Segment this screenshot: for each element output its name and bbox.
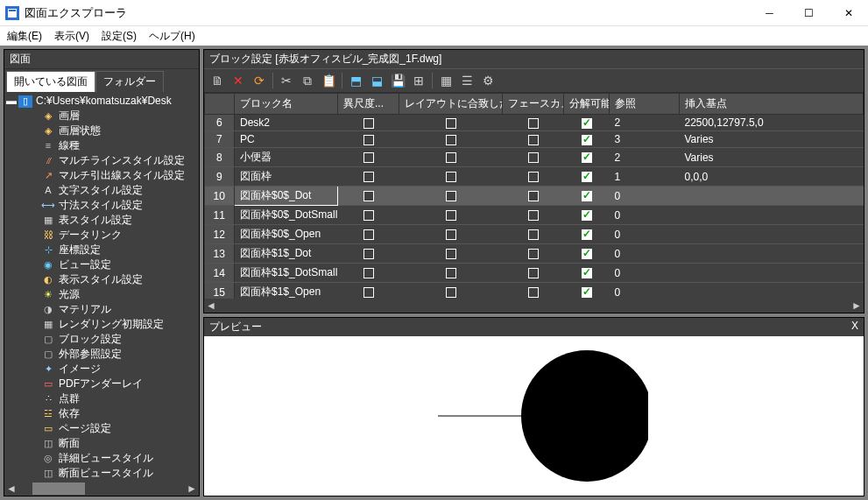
cell-ref[interactable]: 0 [610,187,680,206]
checkbox-icon[interactable] [363,191,374,201]
menu-help[interactable]: ヘルプ(H) [149,29,195,44]
checkbox-icon[interactable] [363,172,374,182]
tree-item[interactable]: ▢外部参照設定 [41,347,197,362]
cell-bun[interactable] [564,148,610,167]
cell-iso[interactable] [338,115,399,131]
cell-face[interactable] [503,115,564,131]
tree-root[interactable]: ▬ ▯ C:¥Users¥komatsuzak¥Desk [6,94,197,109]
cell-blockname[interactable]: 図面枠$0$_Open [235,225,338,244]
checkbox-icon[interactable] [528,118,539,129]
cell-rot[interactable] [399,283,503,299]
cell-face[interactable] [503,187,564,206]
cell-ref[interactable]: 2 [610,115,680,131]
tree-item[interactable]: ☳依存 [41,406,197,421]
cell-face[interactable] [503,225,564,244]
checkbox-icon[interactable] [363,210,374,221]
tab-folder[interactable]: フォルダー [95,71,164,92]
tree-item[interactable]: ↗マルチ引出線スタイル設定 [41,168,197,183]
insert-ext-icon[interactable]: ⬓ [367,71,386,90]
tree-item[interactable]: ☀光源 [41,287,197,302]
preview-close-icon[interactable]: X [851,320,858,335]
checkbox-icon[interactable] [446,152,456,163]
table-row[interactable]: 10図面枠$0$_Dot0 [205,187,864,206]
tree-item[interactable]: ⛓データリンク [41,228,197,243]
col-ins[interactable]: 挿入基点 [680,94,864,115]
cell-iso[interactable] [338,206,399,225]
table-row[interactable]: 6Desk2222500,12797.5,0 [205,115,864,131]
col-num[interactable] [205,94,235,115]
cell-bun[interactable] [564,206,610,225]
tree-item[interactable]: ≡線種 [41,138,197,153]
cell-face[interactable] [503,131,564,148]
checkbox-icon[interactable] [528,210,539,221]
tab-open-drawings[interactable]: 開いている図面 [6,71,95,92]
col-bun[interactable]: 分解可能 [564,94,610,115]
tree-item[interactable]: ◎詳細ビュースタイル [41,451,197,466]
cell-bun[interactable] [564,283,610,299]
checkbox-icon[interactable] [528,249,539,259]
checkbox-icon[interactable] [363,229,374,240]
tree-item[interactable]: ◫断面 [41,436,197,451]
tree-item[interactable]: ◉ビュー設定 [41,257,197,272]
options-icon[interactable]: ⚙ [478,71,498,90]
cell-rot[interactable] [399,206,503,225]
tree-item[interactable]: ▭ページ設定 [41,421,197,436]
add-dwg-icon[interactable]: ⊞ [409,71,428,90]
cell-ref[interactable]: 1 [610,167,680,187]
menu-view[interactable]: 表示(V) [54,29,89,44]
cell-bun[interactable] [564,131,610,148]
menu-edit[interactable]: 編集(E) [7,29,42,44]
cell-face[interactable] [503,244,564,264]
checkbox-icon[interactable] [446,191,456,201]
cell-face[interactable] [503,148,564,167]
cell-ref[interactable]: 0 [610,283,680,299]
minimize-button[interactable]: ─ [750,0,789,26]
cell-bun[interactable] [564,225,610,244]
table-row[interactable]: 15図面枠$1$_Open0 [205,283,864,299]
checkbox-icon[interactable] [363,249,374,259]
tree-item[interactable]: ∴点群 [41,391,197,406]
scroll-left-icon[interactable]: ◄ [4,482,18,496]
col-rot[interactable]: レイアウトに合致した回転 [399,94,503,115]
cell-ref[interactable]: 0 [610,264,680,283]
cell-ins[interactable]: 22500,12797.5,0 [680,115,864,131]
tree-item[interactable]: ◐表示スタイル設定 [41,272,197,287]
tree-item[interactable]: ◫断面ビュースタイル [41,466,197,481]
cell-bun[interactable] [564,167,610,187]
tree-item[interactable]: ✦イメージ [41,362,197,377]
copy-icon[interactable]: ⧉ [298,71,317,90]
tree-item[interactable]: A文字スタイル設定 [41,183,197,198]
scroll-right-icon[interactable]: ► [850,299,864,313]
checkbox-icon[interactable] [446,287,456,298]
cell-iso[interactable] [338,264,399,283]
checkbox-icon[interactable] [446,268,456,278]
checkbox-icon[interactable] [446,210,456,221]
table-row[interactable]: 13図面枠$1$_Dot0 [205,244,864,264]
cell-rot[interactable] [399,187,503,206]
cell-rot[interactable] [399,167,503,187]
close-button[interactable]: ✕ [829,0,868,26]
cell-rot[interactable] [399,115,503,131]
checkbox-icon[interactable] [582,268,592,278]
tree-item[interactable]: ▦レンダリング初期設定 [41,317,197,332]
cell-blockname[interactable]: 図面枠$1$_Open [235,283,338,299]
cell-rot[interactable] [399,131,503,148]
tree-item[interactable]: ◑マテリアル [41,302,197,317]
cell-iso[interactable] [338,225,399,244]
tree-item[interactable]: ⟷寸法スタイル設定 [41,198,197,213]
table-row[interactable]: 14図面枠$1$_DotSmall0 [205,264,864,283]
delete-icon[interactable]: ✕ [229,71,248,90]
cell-rot[interactable] [399,264,503,283]
col-blockname[interactable]: ブロック名 [235,94,338,115]
col-face[interactable]: フェースカメラ [503,94,564,115]
scroll-thumb[interactable] [32,482,85,495]
cell-ins[interactable] [680,187,864,206]
cell-bun[interactable] [564,187,610,206]
cell-ins[interactable] [680,283,864,299]
cell-blockname[interactable]: 図面枠$0$_Dot [235,187,338,206]
checkbox-icon[interactable] [582,191,592,201]
table-row[interactable]: 7PC3Varies [205,131,864,148]
tree-item[interactable]: ⫽マルチラインスタイル設定 [41,153,197,168]
checkbox-icon[interactable] [582,210,592,221]
cell-rot[interactable] [399,225,503,244]
